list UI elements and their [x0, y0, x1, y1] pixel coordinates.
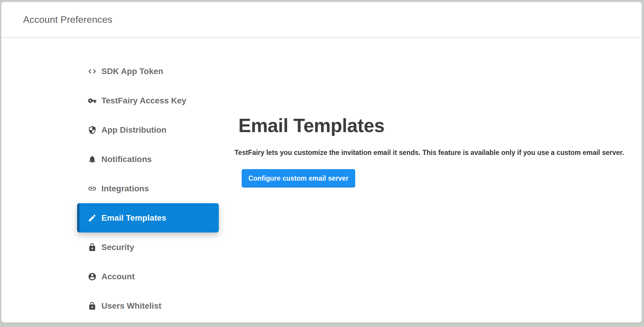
page-title: Account Preferences: [23, 14, 112, 25]
sidebar-item-notifications[interactable]: Notifications: [77, 145, 219, 174]
key-icon: [88, 96, 97, 105]
sidebar-item-users-whitelist[interactable]: Users Whitelist: [77, 291, 219, 320]
sidebar-item-label: Email Templates: [101, 213, 166, 223]
content-area: SDK App Token TestFairy Access Key App D…: [1, 39, 642, 322]
sidebar-item-label: SDK App Token: [101, 67, 163, 76]
sidebar-item-label: App Distribution: [101, 125, 166, 135]
configure-custom-email-server-button[interactable]: Configure custom email server: [242, 169, 355, 187]
link-icon: [88, 184, 97, 193]
sidebar: SDK App Token TestFairy Access Key App D…: [77, 57, 219, 320]
section-heading: Email Templates: [238, 116, 385, 135]
lock-icon: [88, 302, 97, 310]
code-icon: [88, 67, 97, 76]
window-header: Account Preferences: [1, 2, 642, 38]
sidebar-item-account[interactable]: Account: [77, 262, 219, 291]
sidebar-item-testfairy-access-key[interactable]: TestFairy Access Key: [77, 86, 219, 115]
pencil-icon: [88, 214, 97, 222]
sidebar-item-app-distribution[interactable]: App Distribution: [77, 115, 219, 145]
section-description: TestFairy lets you customize the invitat…: [235, 149, 624, 157]
person-icon: [88, 272, 97, 281]
sidebar-item-label: Users Whitelist: [101, 301, 161, 311]
sidebar-item-integrations[interactable]: Integrations: [77, 174, 219, 203]
bell-icon: [88, 155, 97, 164]
shield-icon: [88, 126, 97, 134]
sidebar-item-label: Account: [101, 272, 135, 281]
sidebar-item-label: Notifications: [101, 155, 152, 164]
sidebar-item-label: Security: [101, 243, 134, 252]
sidebar-item-sdk-app-token[interactable]: SDK App Token: [77, 57, 219, 86]
sidebar-item-security[interactable]: Security: [77, 233, 219, 262]
sidebar-item-label: TestFairy Access Key: [101, 96, 186, 105]
sidebar-item-email-templates[interactable]: Email Templates: [77, 203, 219, 233]
sidebar-item-label: Integrations: [101, 184, 149, 193]
account-preferences-window: Account Preferences SDK App Token TestFa…: [1, 1, 642, 323]
lock-icon: [88, 243, 97, 252]
